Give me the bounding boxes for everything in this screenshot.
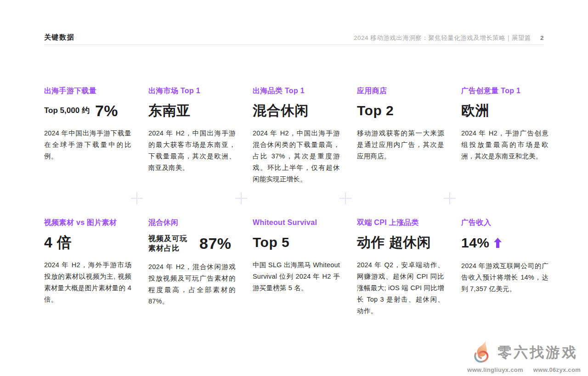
card-value: Top 5,000 约 7% [44,102,131,119]
card-value: 混合休闲 [253,102,340,119]
report-header: 2024 移动游戏出海洞察：聚焦轻量化游戏及增长策略｜展望篇 2 [354,34,544,42]
stat-cards-grid: 出海手游下载量 Top 5,000 约 7% 2024 年中国出海手游下载量在全… [44,86,548,317]
stat-card-app-store: 应用商店 Top 2 移动游戏获客的第一大来源是通过应用内广告，其次是应用商店。 [357,86,444,218]
brand-logo-icon [470,340,494,365]
card-body: 2024 年 H2，中国出海手游混合休闲类的下载量最高，占比 37%，其次是重度… [253,128,340,185]
watermark-urls: www.lingliuyx.com www.06zyx.com [467,366,581,373]
card-label: 视频素材 vs 图片素材 [44,218,131,227]
value-prefix-line2: 素材占比 [148,244,180,252]
card-body: 中国 SLG 出海黑马 Whiteout Survival 位列 2024 年 … [253,259,340,294]
card-body: 2024 年中国出海手游下载量在全球手游下载量中的比例。 [44,128,131,162]
card-label: 广告收入 [461,218,548,227]
report-title: 2024 移动游戏出海洞察：聚焦轻量化游戏及增长策略｜展望篇 [354,34,531,42]
card-body: 2024 年 H2，混合休闲游戏投放视频及可玩广告素材的程度最高，占全部素材的 … [148,261,236,307]
value-prefix: 视频及可玩 素材占比 [148,234,187,253]
value-number: 7% [95,102,118,119]
card-label: 混合休闲 [148,218,236,227]
plus-mark-icon [339,192,351,204]
card-label: 出海手游下载量 [44,86,131,95]
stat-card-ad-creatives: 广告创意量 Top 1 欧洲 2024 年 H2，手游广告创意组投放量最高的市场… [461,86,548,218]
card-label: 广告创意量 Top 1 [461,86,548,95]
stat-card-downloads: 出海手游下载量 Top 5,000 约 7% 2024 年中国出海手游下载量在全… [44,86,131,218]
card-label: Whiteout Survival [253,218,340,227]
card-value: Top 2 [357,102,444,119]
plus-mark-icon [444,192,456,204]
value-number: 87% [199,235,232,252]
stat-card-cpi-genres: 双端 CPI 上涨品类 动作 超休闲 2024 年 Q2，安卓端动作、网赚游戏、… [357,218,444,317]
card-value: 视频及可玩 素材占比 87% [148,234,236,253]
card-body: 2024 年 H2，中国出海手游的最大获客市场是东南亚，下载量最高，其次是欧洲、… [148,128,236,174]
watermark-url-2: www.06zyx.com [533,366,581,373]
stat-card-top-market: 出海市场 Top 1 东南亚 2024 年 H2，中国出海手游的最大获客市场是东… [148,86,236,218]
card-label: 出海品类 Top 1 [253,86,340,95]
plus-mark-icon [235,192,247,204]
value-number: 14% [461,234,490,252]
watermark-url-1: www.lingliuyx.com [467,366,523,373]
report-page: 关键数据 2024 移动游戏出海洞察：聚焦轻量化游戏及增长策略｜展望篇 2 出海… [0,0,588,376]
card-value: 14% [461,234,548,252]
card-value: 欧洲 [461,102,548,119]
stat-card-whiteout-survival: Whiteout Survival Top 5 中国 SLG 出海黑马 Whit… [253,218,340,317]
card-label: 应用商店 [357,86,444,95]
plus-mark-icon [131,192,143,204]
header-divider [44,45,544,45]
page-number: 2 [540,34,544,41]
value-prefix-line1: 视频及可玩 [148,235,187,242]
up-arrow-icon [494,235,502,252]
card-label: 双端 CPI 上涨品类 [357,218,444,227]
card-value: 东南亚 [148,102,236,119]
watermark-top-row: 零六找游戏 [470,340,578,365]
stat-card-hybrid-casual-materials: 混合休闲 视频及可玩 素材占比 87% 2024 年 H2，混合休闲游戏投放视频… [148,218,236,317]
card-value: 4 倍 [44,234,131,251]
card-value: 动作 超休闲 [357,234,444,251]
page-title: 关键数据 [44,33,74,42]
stat-card-video-vs-image: 视频素材 vs 图片素材 4 倍 2024 年 H2，海外手游市场投放的素材以视… [44,218,131,317]
card-body: 移动游戏获客的第一大来源是通过应用内广告，其次是应用商店。 [357,128,444,162]
stat-card-top-genre: 出海品类 Top 1 混合休闲 2024 年 H2，中国出海手游混合休闲类的下载… [253,86,340,218]
card-body: 2024 年 Q2，安卓端动作、网赚游戏、超休闲 CPI 同比涨幅最大; iOS… [357,259,444,317]
card-body: 2024 年 H2，海外手游市场投放的素材以视频为主, 视频素材量大概是图片素材… [44,259,131,305]
stat-card-ad-revenue: 广告收入 14% 2024 年游戏互联网公司的广告收入预计将增长 14%，达到 … [461,218,548,317]
card-label: 出海市场 Top 1 [148,86,236,95]
card-body: 2024 年游戏互联网公司的广告收入预计将增长 14%，达到 7,357 亿美元… [461,260,548,295]
value-prefix: Top 5,000 约 [44,102,90,119]
card-body: 2024 年 H2，手游广告创意组投放量最高的市场是欧洲，其次是东南亚和北美。 [461,128,548,162]
watermark-brand-name: 零六找游戏 [498,343,578,362]
watermark: 零六找游戏 www.lingliuyx.com www.06zyx.com [467,340,581,373]
card-value: Top 5 [253,234,340,251]
